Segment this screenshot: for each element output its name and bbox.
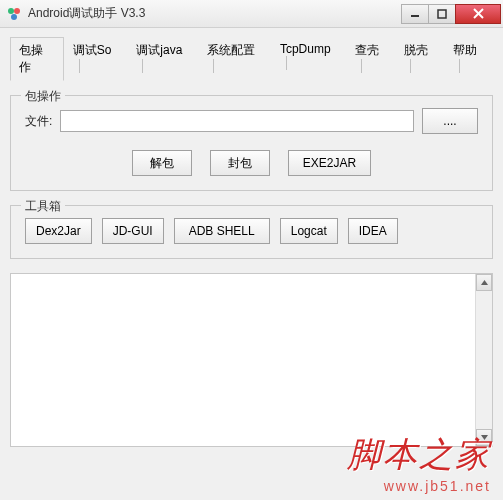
pack-button[interactable]: 封包 [210, 150, 270, 176]
minimize-button[interactable] [401, 4, 429, 24]
svg-point-2 [11, 14, 17, 20]
logcat-button[interactable]: Logcat [280, 218, 338, 244]
output-textarea[interactable] [10, 273, 493, 447]
svg-point-0 [8, 8, 14, 14]
app-icon [6, 6, 22, 22]
exe2jar-button[interactable]: EXE2JAR [288, 150, 371, 176]
browse-button[interactable]: .... [422, 108, 478, 134]
scroll-down-button[interactable] [476, 429, 492, 446]
package-groupbox: 包操作 文件: .... 解包 封包 EXE2JAR [10, 95, 493, 191]
scroll-up-button[interactable] [476, 274, 492, 291]
idea-button[interactable]: IDEA [348, 218, 398, 244]
tab-label: 调试java [136, 43, 182, 57]
client-area: 包操作 调试So 调试java 系统配置 TcpDump 查壳 脱壳 帮助 包操… [0, 28, 503, 500]
file-label: 文件: [25, 113, 52, 130]
tab-strip: 包操作 调试So 调试java 系统配置 TcpDump 查壳 脱壳 帮助 [10, 36, 493, 81]
tab-debug-so[interactable]: 调试So [64, 37, 128, 81]
tab-help[interactable]: 帮助 [444, 37, 493, 81]
tab-check-shell[interactable]: 查壳 [346, 37, 395, 81]
package-legend: 包操作 [21, 88, 65, 105]
tab-label: 查壳 [355, 43, 379, 57]
scrollbar[interactable] [475, 274, 492, 446]
toolbox-legend: 工具箱 [21, 198, 65, 215]
tab-label: 帮助 [453, 43, 477, 57]
watermark-url: www.jb51.net [347, 478, 491, 494]
svg-point-1 [14, 8, 20, 14]
tab-label: 脱壳 [404, 43, 428, 57]
tab-label: 包操作 [19, 43, 43, 74]
svg-marker-8 [481, 435, 488, 440]
maximize-button[interactable] [428, 4, 456, 24]
tab-package[interactable]: 包操作 [10, 37, 64, 81]
window-controls [402, 4, 501, 24]
close-button[interactable] [455, 4, 501, 24]
adbshell-button[interactable]: ADB SHELL [174, 218, 270, 244]
dex2jar-button[interactable]: Dex2Jar [25, 218, 92, 244]
svg-marker-7 [481, 280, 488, 285]
jdgui-button[interactable]: JD-GUI [102, 218, 164, 244]
tab-debug-java[interactable]: 调试java [127, 37, 198, 81]
tab-system-config[interactable]: 系统配置 [198, 37, 271, 81]
tab-label: 调试So [73, 43, 112, 57]
file-input[interactable] [60, 110, 414, 132]
title-bar: Android调试助手 V3.3 [0, 0, 503, 28]
toolbox-groupbox: 工具箱 Dex2Jar JD-GUI ADB SHELL Logcat IDEA [10, 205, 493, 259]
unpack-button[interactable]: 解包 [132, 150, 192, 176]
tab-label: TcpDump [280, 42, 331, 56]
tab-label: 系统配置 [207, 43, 255, 57]
tab-unshell[interactable]: 脱壳 [395, 37, 444, 81]
tab-tcpdump[interactable]: TcpDump [271, 37, 346, 81]
svg-rect-4 [438, 10, 446, 18]
window-title: Android调试助手 V3.3 [28, 5, 402, 22]
